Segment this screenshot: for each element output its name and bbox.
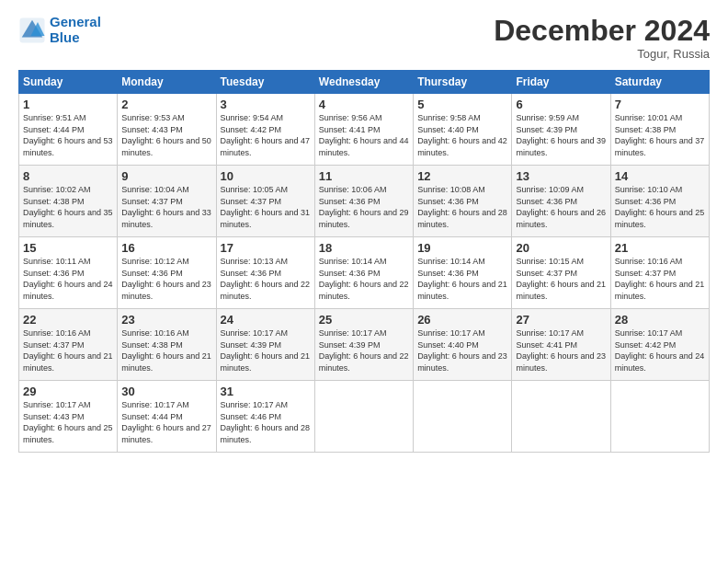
day-number: 6: [516, 98, 606, 111]
day-cell: 19Sunrise: 10:14 AMSunset: 4:36 PMDaylig…: [414, 237, 512, 309]
title-block: December 2024 Togur, Russia: [494, 15, 710, 61]
day-number: 26: [417, 313, 507, 327]
cell-info: Sunrise: 10:17 AMSunset: 4:42 PMDaylight…: [615, 328, 705, 373]
col-header-thursday: Thursday: [414, 71, 512, 94]
day-number: 11: [319, 169, 409, 183]
logo-line2: Blue: [50, 29, 80, 45]
day-cell: 15Sunrise: 10:11 AMSunset: 4:36 PMDaylig…: [19, 237, 118, 309]
day-cell: 20Sunrise: 10:15 AMSunset: 4:37 PMDaylig…: [512, 237, 610, 309]
day-cell: 21Sunrise: 10:16 AMSunset: 4:37 PMDaylig…: [610, 237, 709, 309]
day-number: 22: [23, 313, 113, 327]
day-cell: 13Sunrise: 10:09 AMSunset: 4:36 PMDaylig…: [512, 166, 610, 237]
day-cell: 23Sunrise: 10:16 AMSunset: 4:38 PMDaylig…: [118, 309, 216, 381]
cell-info: Sunrise: 10:12 AMSunset: 4:36 PMDaylight…: [121, 257, 211, 301]
cell-info: Sunrise: 10:14 AMSunset: 4:36 PMDaylight…: [319, 257, 409, 301]
col-header-sunday: Sunday: [19, 71, 118, 94]
week-row-1: 1Sunrise: 9:51 AMSunset: 4:44 PMDaylight…: [19, 94, 710, 166]
cell-info: Sunrise: 9:51 AMSunset: 4:44 PMDaylight:…: [23, 113, 113, 157]
day-number: 18: [319, 241, 409, 255]
cell-info: Sunrise: 10:08 AMSunset: 4:36 PMDaylight…: [417, 185, 507, 229]
day-cell: 30Sunrise: 10:17 AMSunset: 4:44 PMDaylig…: [118, 381, 216, 453]
day-cell: [314, 381, 413, 453]
day-number: 9: [121, 169, 211, 183]
day-number: 28: [615, 313, 705, 327]
cell-info: Sunrise: 9:54 AMSunset: 4:42 PMDaylight:…: [221, 113, 311, 157]
day-number: 14: [615, 169, 705, 183]
cell-info: Sunrise: 10:05 AMSunset: 4:37 PMDaylight…: [221, 185, 311, 229]
cell-info: Sunrise: 10:09 AMSunset: 4:36 PMDaylight…: [516, 185, 606, 229]
day-cell: 11Sunrise: 10:06 AMSunset: 4:36 PMDaylig…: [314, 166, 413, 237]
week-row-5: 29Sunrise: 10:17 AMSunset: 4:43 PMDaylig…: [19, 381, 710, 453]
cell-info: Sunrise: 10:17 AMSunset: 4:39 PMDaylight…: [319, 328, 409, 373]
day-number: 1: [23, 98, 113, 111]
day-cell: 7Sunrise: 10:01 AMSunset: 4:38 PMDayligh…: [610, 94, 709, 166]
col-header-monday: Monday: [118, 71, 216, 94]
cell-info: Sunrise: 9:53 AMSunset: 4:43 PMDaylight:…: [121, 113, 211, 157]
cell-info: Sunrise: 10:14 AMSunset: 4:36 PMDaylight…: [417, 257, 507, 301]
col-header-friday: Friday: [512, 71, 610, 94]
cell-info: Sunrise: 10:16 AMSunset: 4:37 PMDaylight…: [615, 257, 705, 301]
day-number: 2: [121, 98, 211, 111]
cell-info: Sunrise: 10:06 AMSunset: 4:36 PMDaylight…: [319, 185, 409, 229]
day-cell: 4Sunrise: 9:56 AMSunset: 4:41 PMDaylight…: [314, 94, 413, 166]
day-cell: 10Sunrise: 10:05 AMSunset: 4:37 PMDaylig…: [216, 166, 314, 237]
logo-icon: [18, 17, 46, 44]
day-number: 5: [417, 98, 507, 111]
day-number: 3: [221, 98, 311, 111]
cell-info: Sunrise: 10:11 AMSunset: 4:36 PMDaylight…: [23, 257, 113, 301]
cell-info: Sunrise: 10:17 AMSunset: 4:41 PMDaylight…: [516, 328, 606, 373]
day-cell: 16Sunrise: 10:12 AMSunset: 4:36 PMDaylig…: [118, 237, 216, 309]
cell-info: Sunrise: 9:59 AMSunset: 4:39 PMDaylight:…: [516, 113, 606, 157]
day-number: 16: [121, 241, 211, 255]
cell-info: Sunrise: 10:17 AMSunset: 4:44 PMDaylight…: [121, 400, 211, 444]
location: Togur, Russia: [494, 47, 710, 61]
cell-info: Sunrise: 10:17 AMSunset: 4:46 PMDaylight…: [221, 400, 311, 444]
month-title: December 2024: [494, 15, 710, 47]
day-cell: [414, 381, 512, 453]
day-number: 13: [516, 169, 606, 183]
day-cell: 22Sunrise: 10:16 AMSunset: 4:37 PMDaylig…: [19, 309, 118, 381]
day-cell: 14Sunrise: 10:10 AMSunset: 4:36 PMDaylig…: [610, 166, 709, 237]
cell-info: Sunrise: 10:10 AMSunset: 4:36 PMDaylight…: [615, 185, 705, 229]
col-header-tuesday: Tuesday: [216, 71, 314, 94]
day-cell: 9Sunrise: 10:04 AMSunset: 4:37 PMDayligh…: [118, 166, 216, 237]
day-cell: 12Sunrise: 10:08 AMSunset: 4:36 PMDaylig…: [414, 166, 512, 237]
week-row-2: 8Sunrise: 10:02 AMSunset: 4:38 PMDayligh…: [19, 166, 710, 237]
page: General Blue December 2024 Togur, Russia…: [0, 0, 728, 563]
day-cell: 1Sunrise: 9:51 AMSunset: 4:44 PMDaylight…: [19, 94, 118, 166]
cell-info: Sunrise: 10:04 AMSunset: 4:37 PMDaylight…: [121, 185, 211, 229]
col-header-saturday: Saturday: [610, 71, 709, 94]
day-number: 29: [23, 385, 113, 398]
day-number: 27: [516, 313, 606, 327]
cell-info: Sunrise: 10:13 AMSunset: 4:36 PMDaylight…: [221, 257, 311, 301]
day-cell: 3Sunrise: 9:54 AMSunset: 4:42 PMDaylight…: [216, 94, 314, 166]
day-number: 21: [615, 241, 705, 255]
cell-info: Sunrise: 9:58 AMSunset: 4:40 PMDaylight:…: [417, 113, 507, 157]
day-cell: 5Sunrise: 9:58 AMSunset: 4:40 PMDaylight…: [414, 94, 512, 166]
week-row-3: 15Sunrise: 10:11 AMSunset: 4:36 PMDaylig…: [19, 237, 710, 309]
day-cell: 18Sunrise: 10:14 AMSunset: 4:36 PMDaylig…: [314, 237, 413, 309]
day-number: 30: [121, 385, 211, 398]
cell-info: Sunrise: 10:17 AMSunset: 4:40 PMDaylight…: [417, 328, 507, 373]
header: General Blue December 2024 Togur, Russia: [18, 15, 710, 61]
day-cell: [610, 381, 709, 453]
day-cell: [512, 381, 610, 453]
logo-line1: General: [50, 14, 101, 29]
day-number: 17: [221, 241, 311, 255]
header-row: SundayMondayTuesdayWednesdayThursdayFrid…: [19, 71, 710, 94]
cell-info: Sunrise: 10:16 AMSunset: 4:38 PMDaylight…: [121, 328, 211, 373]
logo-text: General Blue: [50, 15, 101, 45]
day-cell: 8Sunrise: 10:02 AMSunset: 4:38 PMDayligh…: [19, 166, 118, 237]
day-number: 7: [615, 98, 705, 111]
day-number: 19: [417, 241, 507, 255]
cell-info: Sunrise: 10:15 AMSunset: 4:37 PMDaylight…: [516, 257, 606, 301]
day-cell: 27Sunrise: 10:17 AMSunset: 4:41 PMDaylig…: [512, 309, 610, 381]
day-cell: 2Sunrise: 9:53 AMSunset: 4:43 PMDaylight…: [118, 94, 216, 166]
day-number: 31: [221, 385, 311, 398]
col-header-wednesday: Wednesday: [314, 71, 413, 94]
day-number: 12: [417, 169, 507, 183]
day-cell: 17Sunrise: 10:13 AMSunset: 4:36 PMDaylig…: [216, 237, 314, 309]
cell-info: Sunrise: 9:56 AMSunset: 4:41 PMDaylight:…: [319, 113, 409, 157]
cell-info: Sunrise: 10:17 AMSunset: 4:39 PMDaylight…: [221, 328, 311, 373]
day-cell: 24Sunrise: 10:17 AMSunset: 4:39 PMDaylig…: [216, 309, 314, 381]
